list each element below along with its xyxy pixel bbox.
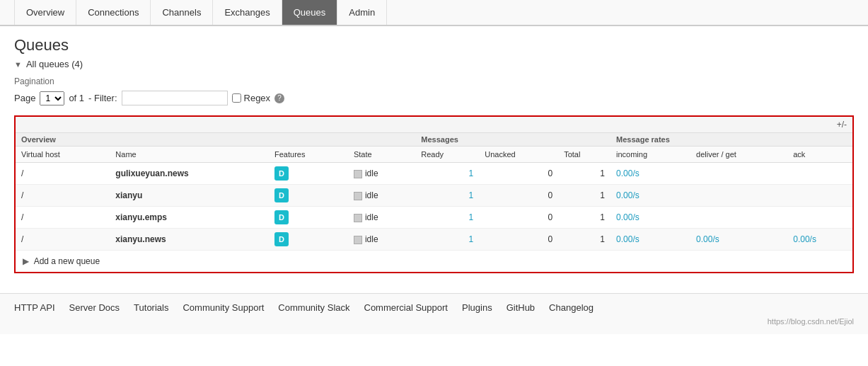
cell-deliver-get: [690, 163, 787, 185]
page-title: Queues: [14, 36, 854, 55]
table-row: / xianyu.emps D idle 1 0 1 0.00/s: [16, 207, 852, 229]
footer-link[interactable]: Changelog: [549, 302, 594, 313]
nav-overview[interactable]: Overview: [14, 0, 76, 25]
footer-link[interactable]: Community Support: [183, 302, 264, 313]
cell-incoming: 0.00/s: [611, 229, 690, 251]
group-messages: Messages: [415, 133, 611, 147]
cell-deliver-get: 0.00/s: [690, 229, 787, 251]
regex-checkbox[interactable]: [232, 93, 241, 103]
cell-total: 1: [558, 185, 611, 207]
cell-feature: D: [269, 185, 348, 207]
cell-unacked: 0: [479, 163, 558, 185]
cell-ready: 1: [415, 207, 479, 229]
cell-ready: 1: [415, 185, 479, 207]
cell-unacked: 0: [479, 207, 558, 229]
cell-unacked: 0: [479, 229, 558, 251]
col-features: Features: [269, 147, 348, 163]
col-ready: Ready: [415, 147, 479, 163]
add-queue-link[interactable]: ▶ Add a new queue: [16, 251, 107, 272]
feature-badge: D: [274, 232, 289, 246]
footer-link[interactable]: HTTP API: [14, 302, 55, 313]
footer-link[interactable]: Server Docs: [69, 302, 120, 313]
table-row: / xianyu.news D idle 1 0 1 0.00/s 0.00/s…: [16, 229, 852, 251]
footer: HTTP APIServer DocsTutorialsCommunity Su…: [0, 293, 868, 334]
nav-connections[interactable]: Connections: [76, 0, 151, 25]
cell-feature: D: [269, 229, 348, 251]
cell-total: 1: [558, 163, 611, 185]
help-icon[interactable]: ?: [274, 93, 284, 103]
feature-badge: D: [274, 188, 289, 202]
cell-name: xianyu: [110, 185, 269, 207]
pagination-row: Page 1 of 1 - Filter: Regex ?: [14, 91, 854, 105]
filter-label: - Filter:: [88, 93, 117, 103]
cell-state: idle: [348, 207, 415, 229]
page-content: Queues ▼ All queues (4) Pagination Page …: [0, 26, 868, 293]
cell-vhost: /: [16, 185, 110, 207]
footer-link[interactable]: Community Slack: [278, 302, 349, 313]
cell-ack: 0.00/s: [787, 229, 852, 251]
nav-admin[interactable]: Admin: [337, 0, 387, 25]
queues-tbody: / gulixueyuan.news D idle 1 0 1 0.00/s /…: [16, 163, 852, 251]
col-ack: ack: [787, 147, 852, 163]
of-label: of 1: [69, 93, 84, 103]
cell-name: xianyu.news: [110, 229, 269, 251]
plus-minus-button[interactable]: +/-: [837, 120, 847, 130]
filter-input[interactable]: [122, 91, 228, 105]
footer-link[interactable]: Plugins: [462, 302, 492, 313]
column-subheader: Virtual host Name Features State Ready U…: [16, 147, 852, 163]
footer-links: HTTP APIServer DocsTutorialsCommunity Su…: [14, 302, 854, 313]
state-box: [354, 236, 362, 244]
page-select[interactable]: 1: [40, 91, 64, 105]
cell-ack: [787, 207, 852, 229]
cell-feature: D: [269, 163, 348, 185]
cell-state: idle: [348, 229, 415, 251]
table-row: / xianyu D idle 1 0 1 0.00/s: [16, 185, 852, 207]
col-total: Total: [558, 147, 611, 163]
queues-table: Overview Messages Message rates Virtual …: [16, 133, 852, 251]
cell-ack: [787, 163, 852, 185]
column-group-header: Overview Messages Message rates: [16, 133, 852, 147]
cell-vhost: /: [16, 207, 110, 229]
cell-ready: 1: [415, 229, 479, 251]
cell-state: idle: [348, 163, 415, 185]
footer-link[interactable]: Tutorials: [134, 302, 168, 313]
cell-name: xianyu.emps: [110, 207, 269, 229]
cell-vhost: /: [16, 163, 110, 185]
cell-name: gulixueyuan.news: [110, 163, 269, 185]
cell-unacked: 0: [479, 185, 558, 207]
cell-incoming: 0.00/s: [611, 207, 690, 229]
nav-channels[interactable]: Channels: [151, 0, 213, 25]
footer-link[interactable]: GitHub: [507, 302, 535, 313]
page-text: Page: [14, 93, 35, 103]
feature-badge: D: [274, 210, 289, 224]
main-nav: Overview Connections Channels Exchanges …: [0, 0, 868, 26]
state-box: [354, 214, 362, 222]
pagination-label: Pagination: [14, 76, 854, 86]
cell-deliver-get: [690, 185, 787, 207]
cell-ready: 1: [415, 163, 479, 185]
col-state: State: [348, 147, 415, 163]
cell-feature: D: [269, 207, 348, 229]
state-box: [354, 170, 362, 178]
col-incoming: incoming: [611, 147, 690, 163]
add-queue-arrow: ▶: [23, 256, 29, 266]
col-name: Name: [110, 147, 269, 163]
footer-link[interactable]: Commercial Support: [364, 302, 449, 313]
col-unacked: Unacked: [479, 147, 558, 163]
feature-badge: D: [274, 166, 289, 181]
cell-total: 1: [558, 207, 611, 229]
cell-vhost: /: [16, 229, 110, 251]
queues-table-container: +/- Overview Messages Message rates Virt…: [14, 115, 854, 273]
group-message-rates: Message rates: [611, 133, 852, 147]
nav-queues[interactable]: Queues: [282, 0, 338, 25]
section-arrow: ▼: [14, 60, 22, 69]
cell-total: 1: [558, 229, 611, 251]
nav-exchanges[interactable]: Exchanges: [213, 0, 282, 25]
col-deliver-get: deliver / get: [690, 147, 787, 163]
section-header: ▼ All queues (4): [14, 59, 854, 69]
group-overview: Overview: [16, 133, 415, 147]
cell-ack: [787, 185, 852, 207]
cell-deliver-get: [690, 207, 787, 229]
table-header-row: +/-: [16, 117, 852, 133]
cell-incoming: 0.00/s: [611, 163, 690, 185]
